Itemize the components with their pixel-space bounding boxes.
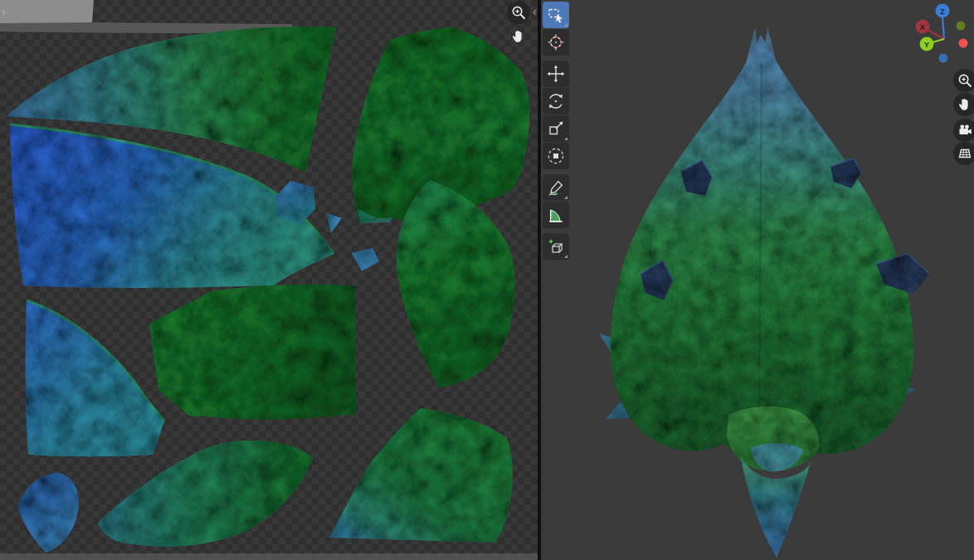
camera-icon — [957, 122, 973, 139]
transform-icon — [547, 147, 565, 165]
move-arrows-icon — [547, 65, 565, 83]
viewport-3d[interactable]: Z X Y — [541, 0, 974, 560]
gizmo-axis-z[interactable]: Z — [936, 4, 950, 18]
viewport-pan-button[interactable] — [953, 93, 974, 116]
tool-cursor[interactable] — [543, 29, 569, 56]
tool-scale[interactable] — [543, 115, 569, 142]
gizmo-axis-x[interactable]: X — [916, 20, 930, 34]
tool-transform[interactable] — [543, 143, 569, 169]
gizmo-axis-neg-x[interactable] — [959, 39, 968, 48]
viewport-projection-button[interactable] — [953, 142, 974, 165]
uv-canvas[interactable] — [0, 0, 538, 560]
hand-icon — [510, 28, 527, 45]
uv-island[interactable] — [26, 300, 164, 456]
blender-workspace: › ‹ — [0, 0, 974, 560]
uv-islands[interactable] — [7, 27, 529, 553]
select-box-icon — [547, 6, 565, 24]
gizmo-axis-neg-y[interactable] — [957, 22, 966, 31]
texture-gray-block — [0, 0, 94, 25]
gizmo-y-label: Y — [924, 40, 930, 49]
add-cube-icon — [547, 237, 565, 256]
gizmo-z-label: Z — [940, 7, 945, 16]
uv-island[interactable] — [352, 248, 379, 271]
scale-icon — [547, 119, 565, 138]
gizmo-x-label: X — [920, 22, 926, 32]
texture-gray-band-bottom — [0, 553, 538, 560]
uv-island[interactable] — [327, 213, 342, 233]
tool-rotate[interactable] — [543, 88, 569, 114]
magnifier-plus-icon — [957, 72, 973, 89]
uv-island[interactable] — [98, 441, 313, 547]
hand-icon — [957, 96, 973, 113]
grid-projection-icon — [957, 145, 973, 162]
measure-protractor-icon — [547, 206, 565, 224]
magnifier-plus-icon — [510, 4, 527, 21]
rotate-icon — [547, 92, 565, 110]
uv-island[interactable] — [18, 473, 79, 553]
model-mesh[interactable] — [541, 0, 974, 560]
uv-island[interactable] — [149, 285, 356, 420]
tool-add-cube[interactable] — [543, 233, 569, 260]
viewport-zoom-button[interactable] — [953, 69, 974, 92]
tool-measure[interactable] — [543, 202, 569, 228]
navigation-gizmo[interactable]: Z X Y — [904, 0, 974, 70]
gizmo-axis-y[interactable]: Y — [920, 37, 934, 51]
uv-pan-button[interactable] — [507, 25, 530, 48]
gizmo-axis-neg-z[interactable] — [939, 54, 948, 63]
uv-image-editor[interactable]: › ‹ — [0, 0, 538, 560]
tool-annotate[interactable] — [543, 174, 569, 201]
region-toggle-chevron-right[interactable]: › — [2, 5, 6, 17]
uv-island[interactable] — [275, 181, 315, 225]
tool-shelf — [543, 2, 569, 261]
cursor-crosshair-icon — [547, 33, 565, 51]
uv-zoom-button[interactable] — [507, 1, 530, 24]
tool-select-box[interactable] — [543, 2, 569, 28]
viewport-camera-button[interactable] — [953, 119, 974, 142]
uv-island[interactable] — [397, 180, 515, 387]
uv-island[interactable] — [330, 408, 513, 543]
region-toggle-chevron-left[interactable]: ‹ — [533, 5, 537, 17]
tool-move[interactable] — [543, 61, 569, 87]
annotate-pencil-icon — [547, 178, 565, 197]
